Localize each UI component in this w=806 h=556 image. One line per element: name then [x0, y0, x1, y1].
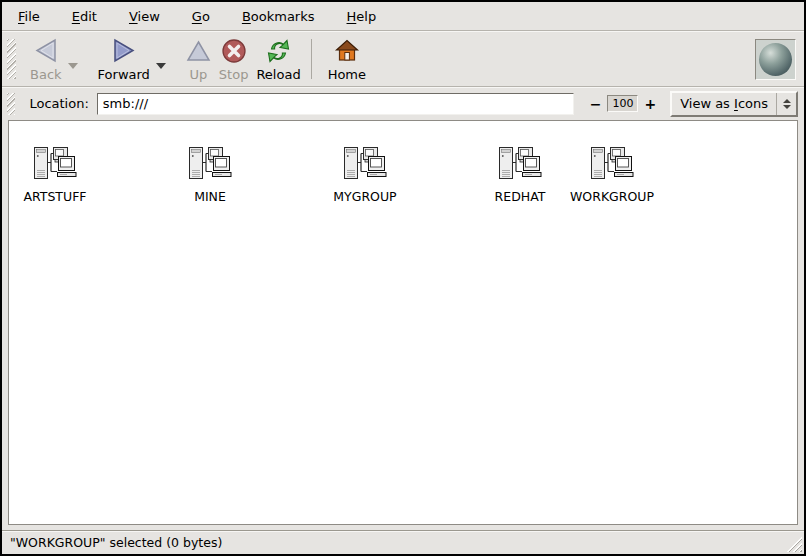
location-bar-drag-handle[interactable]: [7, 93, 15, 115]
home-button[interactable]: Home: [324, 36, 370, 83]
home-icon: [334, 37, 360, 65]
back-button[interactable]: Back: [26, 36, 66, 83]
view-as-label: View as Icons: [672, 96, 776, 111]
back-label: Back: [30, 67, 62, 82]
icon-label: ARTSTUFF: [23, 189, 86, 204]
view-as-dropdown[interactable]: View as Icons: [670, 91, 798, 117]
workgroup-item-redhat[interactable]: REDHAT: [474, 146, 566, 226]
workgroup-item-mine[interactable]: MINE: [164, 146, 256, 226]
content-frame: ARTSTUFF MINE MYGROUP REDHAT WORKGROUP: [2, 119, 804, 530]
stop-label: Stop: [219, 67, 249, 82]
zoom-out-button[interactable]: −: [586, 96, 606, 112]
workgroup-item-mygroup[interactable]: MYGROUP: [319, 146, 411, 226]
icon-label: REDHAT: [495, 189, 546, 204]
menu-go[interactable]: Go: [186, 7, 216, 26]
network-workgroup-icon: [341, 146, 389, 186]
icon-view[interactable]: ARTSTUFF MINE MYGROUP REDHAT WORKGROUP: [8, 120, 798, 525]
zoom-level-indicator[interactable]: 100: [607, 95, 638, 112]
forward-label: Forward: [98, 67, 150, 82]
up-icon: [186, 37, 211, 65]
icon-label: WORKGROUP: [570, 189, 654, 204]
dropdown-arrows-icon: [776, 93, 796, 115]
stop-icon: [221, 37, 247, 65]
workgroup-item-workgroup[interactable]: WORKGROUP: [566, 146, 658, 226]
status-bar: "WORKGROUP" selected (0 bytes): [2, 530, 804, 554]
network-workgroup-icon: [588, 146, 636, 186]
reload-label: Reload: [256, 67, 300, 82]
resize-grip-icon[interactable]: [786, 536, 802, 552]
forward-button[interactable]: Forward: [94, 36, 154, 83]
menu-bar: File Edit View Go Bookmarks Help: [2, 2, 804, 30]
stop-button[interactable]: Stop: [215, 36, 253, 83]
zoom-in-button[interactable]: +: [640, 96, 660, 112]
workgroup-item-artstuff[interactable]: ARTSTUFF: [9, 146, 101, 226]
forward-icon: [111, 37, 137, 65]
icon-label: MINE: [194, 189, 226, 204]
throbber-icon: [759, 43, 792, 76]
location-label: Location:: [29, 96, 88, 111]
location-bar: Location: − 100 + View as Icons: [2, 88, 804, 119]
up-button[interactable]: Up: [182, 36, 215, 83]
toolbar-drag-handle[interactable]: [7, 39, 16, 79]
back-history-chevron-icon[interactable]: [68, 63, 78, 69]
menu-file[interactable]: File: [12, 7, 46, 26]
menu-edit[interactable]: Edit: [66, 7, 103, 26]
home-label: Home: [328, 67, 366, 82]
menu-bookmarks[interactable]: Bookmarks: [236, 7, 321, 26]
location-input[interactable]: [97, 93, 574, 115]
network-workgroup-icon: [496, 146, 544, 186]
toolbar-separator: [311, 39, 312, 79]
toolbar: Back Forward Up: [2, 32, 804, 86]
menu-help[interactable]: Help: [341, 7, 383, 26]
reload-button[interactable]: Reload: [252, 36, 304, 83]
throbber-frame: [755, 39, 796, 80]
file-manager-window: File Edit View Go Bookmarks Help Back: [0, 0, 806, 556]
icon-label: MYGROUP: [333, 189, 396, 204]
status-text: "WORKGROUP" selected (0 bytes): [10, 535, 222, 550]
menu-view[interactable]: View: [123, 7, 166, 26]
forward-history-chevron-icon[interactable]: [156, 63, 166, 69]
back-icon: [33, 37, 59, 65]
up-label: Up: [189, 67, 207, 82]
network-workgroup-icon: [186, 146, 234, 186]
network-workgroup-icon: [31, 146, 79, 186]
reload-icon: [265, 37, 292, 65]
